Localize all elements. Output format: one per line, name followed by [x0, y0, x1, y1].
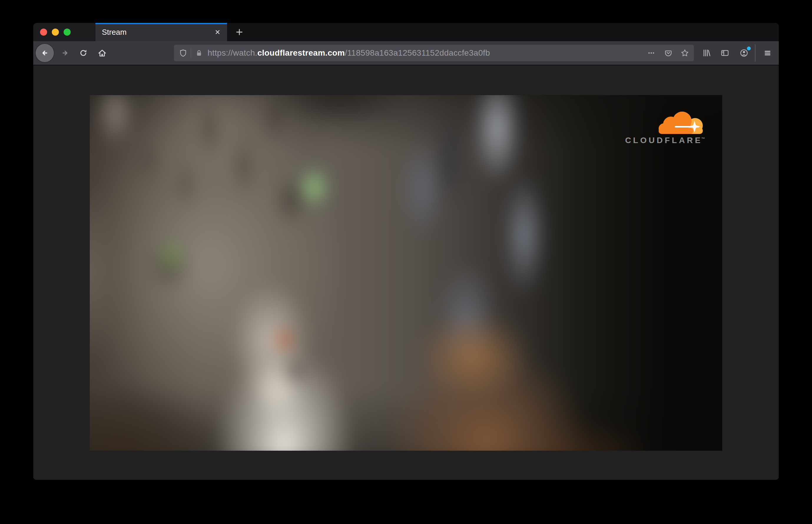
- page-actions-icon[interactable]: [647, 48, 656, 58]
- sidebar-toggle-icon[interactable]: [718, 45, 732, 61]
- bookmark-star-icon[interactable]: [680, 48, 689, 58]
- navigation-toolbar: https://watch.cloudflarestream.com/11859…: [33, 41, 779, 65]
- notification-dot: [747, 47, 751, 50]
- browser-window: Stream: [33, 23, 779, 480]
- cloudflare-cloud-icon: [659, 112, 703, 134]
- url-domain: cloudflarestream.com: [257, 48, 345, 58]
- fullscreen-window-button[interactable]: [64, 29, 71, 36]
- tab-title: Stream: [102, 28, 212, 37]
- tab-bar: Stream: [33, 23, 779, 41]
- window-controls: [33, 23, 95, 41]
- toolbar-divider: [755, 45, 756, 62]
- url-text: https://watch.cloudflarestream.com/11859…: [208, 48, 647, 58]
- tab-close-icon[interactable]: [212, 27, 223, 37]
- tab-stream[interactable]: Stream: [95, 23, 227, 41]
- tracking-protection-shield-icon[interactable]: [179, 48, 188, 58]
- desktop-background: Stream: [0, 0, 812, 524]
- url-scheme: https://watch.: [208, 48, 257, 58]
- cloudflare-wordmark: CLOUDFLARE™: [625, 136, 705, 145]
- address-bar[interactable]: https://watch.cloudflarestream.com/11859…: [174, 45, 694, 61]
- forward-button[interactable]: [58, 45, 72, 61]
- new-tab-button[interactable]: [231, 23, 248, 41]
- close-window-button[interactable]: [40, 29, 47, 36]
- trademark-symbol: ™: [701, 136, 705, 141]
- reload-button[interactable]: [76, 45, 91, 61]
- page-content: CLOUDFLARE™: [33, 65, 779, 480]
- pocket-icon[interactable]: [664, 48, 673, 58]
- account-icon[interactable]: [737, 45, 751, 61]
- cloudflare-watermark: CLOUDFLARE™: [625, 112, 705, 145]
- back-button[interactable]: [36, 44, 54, 62]
- video-player[interactable]: CLOUDFLARE™: [90, 95, 722, 451]
- minimize-window-button[interactable]: [52, 29, 59, 36]
- hamburger-menu-icon[interactable]: [761, 45, 775, 61]
- home-button[interactable]: [95, 45, 109, 61]
- library-icon[interactable]: [699, 45, 713, 61]
- lock-icon[interactable]: [195, 48, 204, 58]
- url-path: /118598a163a125631152ddaccfe3a0fb: [345, 48, 490, 58]
- video-frame-cat: [90, 95, 722, 451]
